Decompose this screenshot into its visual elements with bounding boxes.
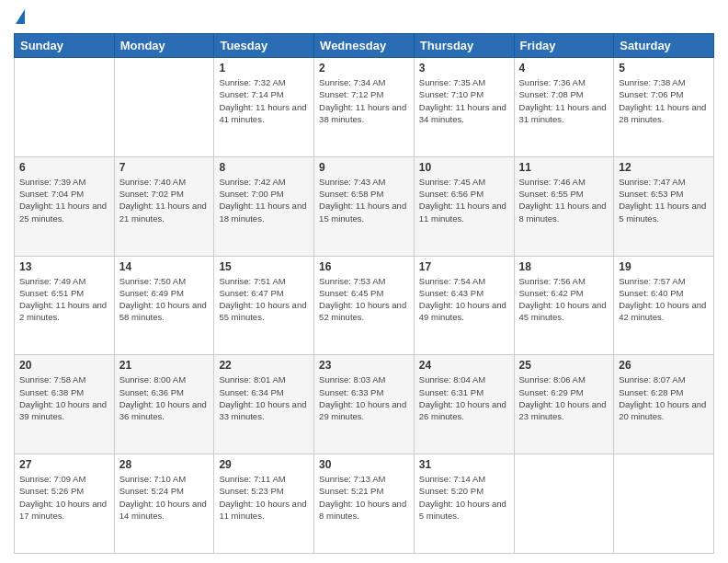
day-number: 6 <box>19 161 109 174</box>
day-number: 8 <box>219 161 309 174</box>
day-detail: Sunrise: 7:40 AM Sunset: 7:02 PM Dayligh… <box>119 176 210 224</box>
day-number: 20 <box>19 359 109 372</box>
calendar-cell: 19Sunrise: 7:57 AM Sunset: 6:40 PM Dayli… <box>614 256 714 355</box>
day-number: 29 <box>219 458 309 471</box>
calendar-cell: 31Sunrise: 7:14 AM Sunset: 5:20 PM Dayli… <box>414 454 514 554</box>
day-number: 3 <box>419 62 509 75</box>
day-detail: Sunrise: 7:53 AM Sunset: 6:45 PM Dayligh… <box>319 275 409 324</box>
calendar-cell: 9Sunrise: 7:43 AM Sunset: 6:58 PM Daylig… <box>314 156 415 256</box>
day-detail: Sunrise: 7:35 AM Sunset: 7:10 PM Dayligh… <box>419 76 509 125</box>
weekday-header-row: SundayMondayTuesdayWednesdayThursdayFrid… <box>15 34 714 58</box>
day-detail: Sunrise: 7:11 AM Sunset: 5:23 PM Dayligh… <box>219 473 309 522</box>
day-number: 11 <box>519 161 609 174</box>
day-detail: Sunrise: 8:04 AM Sunset: 6:31 PM Dayligh… <box>419 373 509 422</box>
day-detail: Sunrise: 8:01 AM Sunset: 6:34 PM Dayligh… <box>219 373 309 422</box>
day-number: 26 <box>619 359 709 372</box>
logo-arrow-icon <box>16 9 25 24</box>
calendar-cell: 14Sunrise: 7:50 AM Sunset: 6:49 PM Dayli… <box>114 256 214 355</box>
day-detail: Sunrise: 7:57 AM Sunset: 6:40 PM Dayligh… <box>619 275 709 324</box>
day-number: 21 <box>119 359 210 372</box>
calendar-cell: 21Sunrise: 8:00 AM Sunset: 6:36 PM Dayli… <box>114 355 214 454</box>
day-number: 10 <box>419 161 509 174</box>
day-detail: Sunrise: 7:39 AM Sunset: 7:04 PM Dayligh… <box>19 176 109 224</box>
day-detail: Sunrise: 8:03 AM Sunset: 6:33 PM Dayligh… <box>319 373 409 422</box>
calendar-cell: 5Sunrise: 7:38 AM Sunset: 7:06 PM Daylig… <box>614 58 714 157</box>
calendar-cell: 3Sunrise: 7:35 AM Sunset: 7:10 PM Daylig… <box>414 58 514 157</box>
weekday-header: Thursday <box>414 34 514 58</box>
calendar-week-row: 6Sunrise: 7:39 AM Sunset: 7:04 PM Daylig… <box>15 156 714 256</box>
day-detail: Sunrise: 7:47 AM Sunset: 6:53 PM Dayligh… <box>619 176 709 224</box>
weekday-header: Monday <box>114 34 214 58</box>
day-number: 9 <box>319 161 409 174</box>
day-number: 14 <box>119 260 210 273</box>
calendar-week-row: 13Sunrise: 7:49 AM Sunset: 6:51 PM Dayli… <box>15 256 714 355</box>
day-number: 17 <box>419 260 509 273</box>
calendar-cell: 20Sunrise: 7:58 AM Sunset: 6:38 PM Dayli… <box>15 355 115 454</box>
day-number: 25 <box>519 359 609 372</box>
calendar: SundayMondayTuesdayWednesdayThursdayFrid… <box>14 33 714 554</box>
day-detail: Sunrise: 7:45 AM Sunset: 6:56 PM Dayligh… <box>419 176 509 224</box>
day-number: 28 <box>119 458 210 471</box>
weekday-header: Sunday <box>15 34 115 58</box>
calendar-week-row: 20Sunrise: 7:58 AM Sunset: 6:38 PM Dayli… <box>15 355 714 454</box>
day-detail: Sunrise: 7:54 AM Sunset: 6:43 PM Dayligh… <box>419 275 509 324</box>
calendar-cell: 10Sunrise: 7:45 AM Sunset: 6:56 PM Dayli… <box>414 156 514 256</box>
calendar-cell: 29Sunrise: 7:11 AM Sunset: 5:23 PM Dayli… <box>214 454 314 554</box>
day-detail: Sunrise: 7:13 AM Sunset: 5:21 PM Dayligh… <box>319 473 409 522</box>
header <box>14 9 714 26</box>
logo <box>14 9 25 26</box>
calendar-cell: 13Sunrise: 7:49 AM Sunset: 6:51 PM Dayli… <box>15 256 115 355</box>
calendar-cell: 6Sunrise: 7:39 AM Sunset: 7:04 PM Daylig… <box>15 156 115 256</box>
day-detail: Sunrise: 8:00 AM Sunset: 6:36 PM Dayligh… <box>119 373 210 422</box>
day-detail: Sunrise: 7:14 AM Sunset: 5:20 PM Dayligh… <box>419 473 509 522</box>
calendar-cell: 2Sunrise: 7:34 AM Sunset: 7:12 PM Daylig… <box>314 58 415 157</box>
day-detail: Sunrise: 7:38 AM Sunset: 7:06 PM Dayligh… <box>619 76 709 125</box>
day-detail: Sunrise: 7:32 AM Sunset: 7:14 PM Dayligh… <box>219 76 309 125</box>
calendar-cell <box>114 58 214 157</box>
calendar-cell: 4Sunrise: 7:36 AM Sunset: 7:08 PM Daylig… <box>514 58 614 157</box>
day-number: 19 <box>619 260 709 273</box>
calendar-cell: 30Sunrise: 7:13 AM Sunset: 5:21 PM Dayli… <box>314 454 415 554</box>
day-number: 31 <box>419 458 509 471</box>
calendar-cell <box>15 58 115 157</box>
calendar-cell: 26Sunrise: 8:07 AM Sunset: 6:28 PM Dayli… <box>614 355 714 454</box>
day-detail: Sunrise: 7:46 AM Sunset: 6:55 PM Dayligh… <box>519 176 609 224</box>
day-number: 15 <box>219 260 309 273</box>
calendar-cell <box>614 454 714 554</box>
calendar-cell: 15Sunrise: 7:51 AM Sunset: 6:47 PM Dayli… <box>214 256 314 355</box>
weekday-header: Saturday <box>614 34 714 58</box>
weekday-header: Friday <box>514 34 614 58</box>
day-number: 13 <box>19 260 109 273</box>
day-detail: Sunrise: 8:06 AM Sunset: 6:29 PM Dayligh… <box>519 373 609 422</box>
calendar-cell: 27Sunrise: 7:09 AM Sunset: 5:26 PM Dayli… <box>15 454 115 554</box>
calendar-cell: 24Sunrise: 8:04 AM Sunset: 6:31 PM Dayli… <box>414 355 514 454</box>
calendar-week-row: 27Sunrise: 7:09 AM Sunset: 5:26 PM Dayli… <box>15 454 714 554</box>
day-number: 12 <box>619 161 709 174</box>
day-number: 16 <box>319 260 409 273</box>
day-number: 24 <box>419 359 509 372</box>
day-detail: Sunrise: 7:50 AM Sunset: 6:49 PM Dayligh… <box>119 275 210 324</box>
day-number: 7 <box>119 161 210 174</box>
day-number: 22 <box>219 359 309 372</box>
calendar-cell: 8Sunrise: 7:42 AM Sunset: 7:00 PM Daylig… <box>214 156 314 256</box>
day-detail: Sunrise: 7:43 AM Sunset: 6:58 PM Dayligh… <box>319 176 409 224</box>
calendar-cell <box>514 454 614 554</box>
calendar-cell: 16Sunrise: 7:53 AM Sunset: 6:45 PM Dayli… <box>314 256 415 355</box>
day-number: 27 <box>19 458 109 471</box>
calendar-cell: 1Sunrise: 7:32 AM Sunset: 7:14 PM Daylig… <box>214 58 314 157</box>
calendar-week-row: 1Sunrise: 7:32 AM Sunset: 7:14 PM Daylig… <box>15 58 714 157</box>
weekday-header: Wednesday <box>314 34 415 58</box>
day-number: 18 <box>519 260 609 273</box>
day-number: 2 <box>319 62 409 75</box>
day-detail: Sunrise: 7:58 AM Sunset: 6:38 PM Dayligh… <box>19 373 109 422</box>
day-detail: Sunrise: 7:49 AM Sunset: 6:51 PM Dayligh… <box>19 275 109 324</box>
calendar-cell: 18Sunrise: 7:56 AM Sunset: 6:42 PM Dayli… <box>514 256 614 355</box>
day-detail: Sunrise: 7:36 AM Sunset: 7:08 PM Dayligh… <box>519 76 609 125</box>
calendar-cell: 11Sunrise: 7:46 AM Sunset: 6:55 PM Dayli… <box>514 156 614 256</box>
day-detail: Sunrise: 7:51 AM Sunset: 6:47 PM Dayligh… <box>219 275 309 324</box>
calendar-cell: 25Sunrise: 8:06 AM Sunset: 6:29 PM Dayli… <box>514 355 614 454</box>
calendar-cell: 17Sunrise: 7:54 AM Sunset: 6:43 PM Dayli… <box>414 256 514 355</box>
day-detail: Sunrise: 7:34 AM Sunset: 7:12 PM Dayligh… <box>319 76 409 125</box>
day-number: 4 <box>519 62 609 75</box>
day-detail: Sunrise: 7:42 AM Sunset: 7:00 PM Dayligh… <box>219 176 309 224</box>
